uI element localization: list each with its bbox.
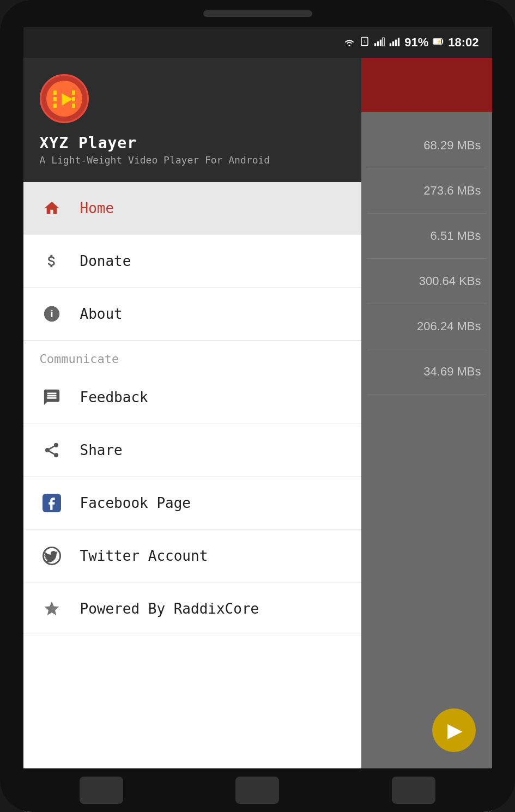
right-item-5: 206.24 MBs	[367, 304, 487, 349]
nav-item-twitter[interactable]: Twitter Account	[23, 530, 361, 583]
svg-text:⚡: ⚡	[437, 39, 442, 44]
right-panel-items: 68.29 MBs 273.6 MBs 6.51 MBs 300.64 KBs …	[361, 112, 492, 768]
nav-item-powered[interactable]: Powered By RaddixCore	[23, 583, 361, 635]
svg-point-26	[54, 453, 58, 457]
share-label: Share	[80, 442, 123, 458]
nav-section-communicate: Communicate Feedback	[23, 341, 361, 635]
main-area: XYZ Player A Light-Weight Video Player F…	[23, 58, 492, 768]
fab-play-button[interactable]: ▶	[432, 708, 476, 752]
svg-rect-18	[72, 90, 75, 95]
svg-point-25	[45, 448, 50, 452]
home-label: Home	[80, 200, 114, 216]
right-item-2: 273.6 MBs	[367, 168, 487, 214]
about-label: About	[80, 306, 123, 322]
feedback-label: Feedback	[80, 389, 148, 405]
facebook-label: Facebook Page	[80, 495, 191, 511]
svg-rect-20	[72, 104, 75, 108]
svg-rect-16	[53, 97, 57, 101]
svg-rect-8	[392, 41, 394, 46]
drawer: XYZ Player A Light-Weight Video Player F…	[23, 58, 361, 768]
drawer-header: XYZ Player A Light-Weight Video Player F…	[23, 58, 361, 182]
logo-inner-circle	[46, 81, 82, 117]
twitter-label: Twitter Account	[80, 548, 208, 564]
nav-item-donate[interactable]: Donate	[23, 235, 361, 288]
nav-item-share[interactable]: Share	[23, 424, 361, 477]
facebook-icon	[40, 491, 64, 515]
signal2-icon	[389, 37, 400, 49]
svg-rect-15	[53, 90, 57, 95]
wifi-icon	[343, 37, 355, 49]
right-item-4: 300.64 KBs	[367, 259, 487, 304]
twitter-icon	[40, 544, 64, 568]
time-display: 18:02	[448, 35, 478, 50]
communicate-label: Communicate	[40, 352, 119, 366]
svg-rect-13	[443, 40, 444, 43]
notch-pill	[203, 10, 312, 17]
svg-rect-17	[53, 104, 57, 108]
right-panel: 68.29 MBs 273.6 MBs 6.51 MBs 300.64 KBs …	[361, 58, 492, 768]
right-panel-top	[361, 58, 492, 112]
svg-line-27	[49, 451, 54, 454]
nav-item-facebook[interactable]: Facebook Page	[23, 477, 361, 530]
donate-label: Donate	[80, 253, 131, 269]
bottom-bar	[23, 768, 492, 812]
info-icon: i	[40, 302, 64, 326]
svg-rect-10	[398, 38, 399, 46]
fab-play-icon: ▶	[447, 719, 463, 742]
app-subtitle: A Light-Weight Video Player For Android	[40, 154, 270, 166]
nav-item-feedback[interactable]: Feedback	[23, 371, 361, 424]
logo-outer-circle	[40, 74, 89, 123]
dollar-icon	[40, 249, 64, 273]
star-icon	[40, 597, 64, 621]
home-icon	[40, 196, 64, 220]
right-item-3: 6.51 MBs	[367, 214, 487, 259]
svg-rect-4	[377, 41, 379, 46]
bottom-btn-home[interactable]	[235, 777, 279, 804]
bottom-btn-back[interactable]	[80, 777, 123, 804]
nav-item-about[interactable]: i About	[23, 288, 361, 341]
svg-rect-5	[380, 39, 381, 46]
logo-svg	[51, 85, 78, 112]
svg-point-0	[349, 44, 350, 46]
svg-rect-7	[390, 43, 391, 46]
svg-text:1: 1	[363, 39, 366, 44]
signal1-icon	[374, 37, 385, 49]
svg-line-28	[49, 446, 54, 449]
screen: 1	[23, 27, 492, 812]
svg-point-24	[54, 443, 58, 447]
svg-text:i: i	[50, 308, 53, 319]
right-item-6: 34.69 MBs	[367, 349, 487, 395]
app-name: XYZ Player	[40, 134, 137, 152]
phone-notch-bar	[0, 0, 515, 27]
drawer-nav: Home Donate	[23, 182, 361, 768]
sim-icon: 1	[360, 37, 369, 49]
powered-label: Powered By RaddixCore	[80, 601, 259, 617]
right-item-1: 68.29 MBs	[367, 123, 487, 168]
bottom-btn-recents[interactable]	[392, 777, 435, 804]
feedback-icon	[40, 385, 64, 409]
battery-icon: ⚡	[433, 37, 444, 49]
communicate-header: Communicate	[23, 341, 361, 371]
app-logo	[40, 74, 89, 123]
nav-section-main: Home Donate	[23, 182, 361, 341]
status-icons: 1	[343, 35, 478, 50]
phone-frame: 1	[0, 0, 515, 812]
svg-rect-3	[374, 43, 376, 46]
svg-rect-6	[383, 38, 384, 46]
status-bar: 1	[23, 27, 492, 58]
svg-rect-9	[395, 39, 397, 46]
nav-item-home[interactable]: Home	[23, 182, 361, 235]
share-icon	[40, 438, 64, 462]
battery-percent: 91%	[404, 35, 428, 50]
svg-marker-21	[62, 93, 72, 106]
